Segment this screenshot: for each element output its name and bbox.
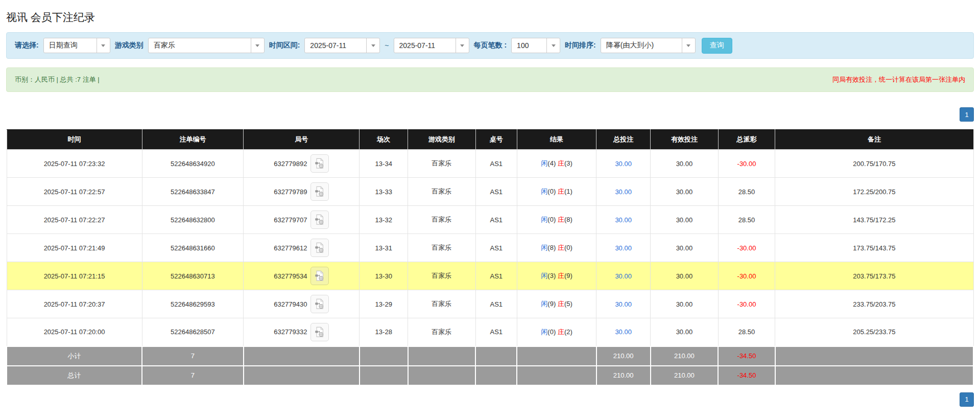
result-player-label: 闲 (541, 300, 547, 308)
header-remark: 备注 (775, 130, 973, 150)
per-page-select[interactable]: 100 (511, 38, 560, 53)
round-id-text: 632779892 (274, 160, 307, 168)
result-player-count: (4) (547, 159, 556, 167)
summary-label: 总计 (7, 366, 142, 385)
cell-game: 百家乐 (408, 206, 476, 234)
summary-count: 7 (142, 346, 244, 366)
summary-total-bet: 210.00 (596, 346, 651, 366)
cell-time: 2025-07-11 07:20:37 (7, 290, 142, 318)
cell-payout: -30.00 (718, 234, 775, 262)
round-id-text: 632779612 (274, 244, 307, 252)
video-file-icon (314, 298, 325, 310)
result-banker-label: 庄 (558, 216, 564, 223)
cell-table-no: AS1 (475, 234, 517, 262)
date-from-picker[interactable]: 2025-07-11 (304, 38, 380, 53)
cell-bet-id: 522648634920 (142, 150, 244, 178)
table-row: 2025-07-11 07:20:00 522648628507 6327793… (7, 318, 973, 346)
result-banker-count: (8) (564, 216, 572, 223)
cell-session: 13-34 (360, 150, 408, 178)
video-replay-button[interactable] (310, 267, 329, 285)
total-bet-link[interactable]: 30.00 (615, 216, 632, 224)
header-payout: 总派彩 (718, 130, 775, 150)
game-category-select[interactable]: 百家乐 (148, 38, 265, 53)
total-bet-link[interactable]: 30.00 (615, 188, 632, 196)
cell-valid-bet: 30.00 (651, 262, 719, 290)
cell-game: 百家乐 (408, 178, 476, 206)
video-replay-button[interactable] (310, 211, 329, 229)
cell-round-id: 632779789 (244, 178, 360, 206)
cell-remark: 143.75/172.25 (775, 206, 973, 234)
cell-table-no: AS1 (475, 206, 517, 234)
filter-panel: 请选择: 日期查询 游戏类别 百家乐 时间区间: 2025-07-11 ~ 20… (6, 32, 974, 59)
chevron-down-icon[interactable] (251, 38, 264, 53)
date-to-picker[interactable]: 2025-07-11 (394, 38, 469, 53)
result-banker-count: (0) (564, 244, 572, 251)
result-player-count: (0) (547, 188, 556, 195)
cell-round-id: 632779430 (244, 290, 360, 318)
total-bet-link[interactable]: 30.00 (615, 160, 632, 168)
header-table-no: 桌号 (475, 130, 517, 150)
cell-round-id: 632779534 (244, 262, 360, 290)
time-sort-select[interactable]: 降幂(由大到小) (601, 38, 696, 53)
video-replay-button[interactable] (310, 239, 329, 257)
currency-total-text: 币别：人民币 | 总共 :7 注单 | (15, 75, 100, 84)
header-bet-id: 注单编号 (142, 130, 244, 150)
per-page-label: 每页笔数 : (474, 41, 507, 50)
valid-bet-note: 同局有效投注，统一计算在该局第一张注单内 (832, 75, 965, 84)
search-button[interactable]: 查询 (702, 38, 732, 54)
chevron-down-icon[interactable] (546, 38, 560, 53)
page-number-button-top[interactable]: 1 (960, 107, 974, 122)
summary-total-bet: 210.00 (596, 366, 651, 385)
cell-result: 闲(9) 庄(5) (517, 290, 596, 318)
cell-round-id: 632779612 (244, 234, 360, 262)
total-bet-link[interactable]: 30.00 (615, 300, 632, 308)
chevron-down-icon[interactable] (97, 38, 110, 53)
cell-remark: 200.75/170.75 (775, 150, 973, 178)
cell-remark: 233.75/203.75 (775, 290, 973, 318)
date-range-separator: ~ (385, 41, 389, 50)
summary-valid-bet: 210.00 (651, 346, 719, 366)
result-banker-label: 庄 (558, 272, 564, 279)
summary-payout: -34.50 (718, 346, 775, 366)
result-player-count: (0) (547, 328, 556, 336)
chevron-down-icon[interactable] (682, 38, 695, 53)
game-category-value: 百家乐 (149, 38, 251, 53)
total-bet-link[interactable]: 30.00 (615, 244, 632, 252)
header-result: 结果 (517, 130, 596, 150)
cell-valid-bet: 30.00 (651, 234, 719, 262)
bet-records-table: 时间 注单编号 局号 场次 游戏类别 桌号 结果 总投注 有效投注 总派彩 备注… (6, 129, 974, 386)
cell-result: 闲(8) 庄(0) (517, 234, 596, 262)
result-player-label: 闲 (541, 159, 547, 167)
header-valid-bet: 有效投注 (651, 130, 719, 150)
query-type-select[interactable]: 日期查询 (43, 38, 110, 53)
per-page-value: 100 (512, 38, 546, 53)
cell-remark: 173.75/143.75 (775, 234, 973, 262)
cell-payout: 28.50 (718, 318, 775, 346)
video-file-icon (314, 214, 325, 225)
table-row: 2025-07-11 07:21:15 522648630713 6327795… (7, 262, 973, 290)
page-number-button-bottom[interactable]: 1 (960, 392, 974, 407)
round-id-text: 632779430 (274, 300, 307, 308)
cell-session: 13-28 (360, 318, 408, 346)
cell-bet-id: 522648630713 (142, 262, 244, 290)
cell-payout: -30.00 (718, 262, 775, 290)
result-player-label: 闲 (541, 272, 547, 279)
cell-session: 13-31 (360, 234, 408, 262)
cell-valid-bet: 30.00 (651, 150, 719, 178)
cell-session: 13-29 (360, 290, 408, 318)
cell-time: 2025-07-11 07:22:27 (7, 206, 142, 234)
cell-round-id: 632779707 (244, 206, 360, 234)
total-bet-link[interactable]: 30.00 (615, 328, 632, 336)
video-replay-button[interactable] (310, 182, 329, 201)
chevron-down-icon[interactable] (456, 38, 469, 53)
cell-game: 百家乐 (408, 262, 476, 290)
table-row: 2025-07-11 07:23:32 522648634920 6327798… (7, 150, 973, 178)
header-time: 时间 (7, 130, 142, 150)
cell-time: 2025-07-11 07:20:00 (7, 318, 142, 346)
total-bet-link[interactable]: 30.00 (615, 272, 632, 280)
video-replay-button[interactable] (310, 295, 329, 313)
cell-session: 13-30 (360, 262, 408, 290)
chevron-down-icon[interactable] (366, 38, 379, 53)
video-replay-button[interactable] (310, 154, 329, 173)
video-replay-button[interactable] (310, 323, 329, 341)
